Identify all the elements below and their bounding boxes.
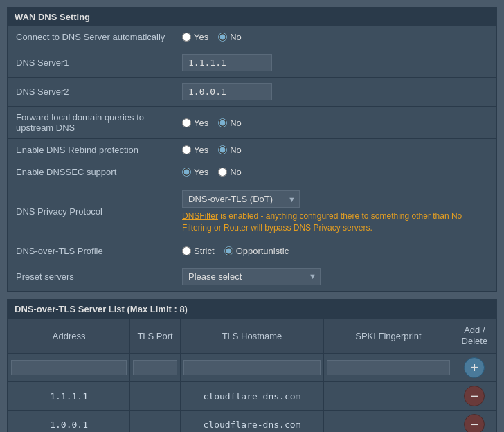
- row2-hostname: cloudflare-dns.com: [180, 411, 323, 432]
- rebind-yes-label[interactable]: Yes: [182, 145, 208, 155]
- dns-privacy-select-wrapper: DNS-over-TLS (DoT) ▼: [182, 190, 300, 208]
- connect-auto-no-radio[interactable]: [218, 33, 227, 42]
- forward-local-group: Yes No: [182, 118, 488, 128]
- rebind-row: Enable DNS Rebind protection Yes No: [8, 139, 496, 161]
- server-list-panel: DNS-over-TLS Server List (Max Limit : 8)…: [7, 299, 497, 432]
- wan-dns-title: WAN DNS Setting: [8, 8, 496, 26]
- preset-servers-select-wrapper: Please select ▼: [182, 268, 321, 285]
- row1-address: 1.1.1.1: [8, 382, 130, 411]
- dnssec-group: Yes No: [182, 167, 488, 177]
- rebind-group: Yes No: [182, 145, 488, 155]
- row2-address: 1.0.0.1: [8, 411, 130, 432]
- dot-profile-row: DNS-over-TLS Profile Strict Opportunisti…: [8, 240, 496, 262]
- dnssec-no-radio[interactable]: [218, 168, 227, 177]
- new-address-input[interactable]: [11, 360, 127, 375]
- dot-strict-label[interactable]: Strict: [182, 246, 215, 256]
- server-list-table: Address TLS Port TLS Hostname SPKI Finge…: [8, 318, 496, 432]
- remove-row1-button[interactable]: −: [464, 386, 485, 406]
- connect-auto-yes-radio[interactable]: [182, 33, 191, 42]
- forward-local-yes-radio[interactable]: [182, 118, 191, 127]
- row2-delete-cell: −: [453, 411, 496, 432]
- preset-servers-row: Preset servers Please select ▼: [8, 262, 496, 291]
- connect-auto-row: Connect to DNS Server automatically Yes …: [8, 26, 496, 48]
- dns-server1-row: DNS Server1: [8, 48, 496, 78]
- table-row: 1.0.0.1 cloudflare-dns.com −: [8, 411, 496, 432]
- dns-notice: DNSFilter is enabled - anything configur…: [182, 210, 488, 234]
- wan-dns-panel: WAN DNS Setting Connect to DNS Server au…: [7, 7, 497, 292]
- row2-port: [130, 411, 181, 432]
- dot-opportunistic-label[interactable]: Opportunistic: [224, 246, 289, 256]
- port-input-cell: [130, 354, 181, 382]
- new-port-input[interactable]: [133, 360, 177, 375]
- col-spki-header: SPKI Fingerprint: [324, 318, 453, 354]
- dns-privacy-select[interactable]: DNS-over-TLS (DoT): [182, 190, 300, 208]
- dot-strict-radio[interactable]: [182, 246, 191, 255]
- remove-row2-button[interactable]: −: [464, 414, 485, 432]
- dot-profile-group: Strict Opportunistic: [182, 246, 488, 256]
- row1-spki: [324, 382, 453, 411]
- hostname-input-cell: [180, 354, 323, 382]
- col-port-header: TLS Port: [130, 318, 181, 354]
- col-hostname-header: TLS Hostname: [180, 318, 323, 354]
- rebind-label: Enable DNS Rebind protection: [8, 139, 174, 161]
- dns-server2-label: DNS Server2: [8, 78, 174, 107]
- dnssec-row: Enable DNSSEC support Yes No: [8, 161, 496, 183]
- rebind-no-label[interactable]: No: [218, 145, 242, 155]
- dns-privacy-label: DNS Privacy Protocol: [8, 183, 174, 240]
- forward-local-no-radio[interactable]: [218, 118, 227, 127]
- add-button-cell: +: [453, 354, 496, 382]
- add-server-button[interactable]: +: [464, 357, 485, 378]
- connect-auto-group: Yes No: [182, 32, 488, 42]
- row1-port: [130, 382, 181, 411]
- dns-server1-label: DNS Server1: [8, 48, 174, 78]
- forward-local-no-label[interactable]: No: [218, 118, 242, 128]
- dot-profile-label: DNS-over-TLS Profile: [8, 240, 174, 262]
- row1-delete-cell: −: [453, 382, 496, 411]
- col-address-header: Address: [8, 318, 130, 354]
- dns-privacy-row: DNS Privacy Protocol DNS-over-TLS (DoT) …: [8, 183, 496, 240]
- dnssec-yes-radio[interactable]: [182, 168, 191, 177]
- dnssec-yes-label[interactable]: Yes: [182, 167, 208, 177]
- connect-auto-no-label[interactable]: No: [218, 32, 242, 42]
- forward-local-row: Forward local domain queries to upstream…: [8, 107, 496, 139]
- new-spki-input[interactable]: [327, 360, 450, 375]
- spki-input-cell: [324, 354, 453, 382]
- table-row: 1.1.1.1 cloudflare-dns.com −: [8, 382, 496, 411]
- forward-local-yes-label[interactable]: Yes: [182, 118, 208, 128]
- dns-server2-row: DNS Server2: [8, 78, 496, 107]
- rebind-no-radio[interactable]: [218, 145, 227, 154]
- row1-hostname: cloudflare-dns.com: [180, 382, 323, 411]
- col-add-delete-header: Add / Delete: [453, 318, 496, 354]
- connect-auto-yes-label[interactable]: Yes: [182, 32, 208, 42]
- server-list-header: Address TLS Port TLS Hostname SPKI Finge…: [8, 318, 496, 354]
- dnssec-label: Enable DNSSEC support: [8, 161, 174, 183]
- preset-servers-select[interactable]: Please select: [182, 268, 321, 285]
- dns-server1-input[interactable]: [182, 54, 272, 71]
- server-input-row: +: [8, 354, 496, 382]
- dnsfilter-link[interactable]: DNSFilter: [182, 211, 218, 221]
- address-input-cell: [8, 354, 130, 382]
- row2-spki: [324, 411, 453, 432]
- new-hostname-input[interactable]: [183, 360, 321, 375]
- dnssec-no-label[interactable]: No: [218, 167, 242, 177]
- forward-local-label: Forward local domain queries to upstream…: [8, 107, 174, 139]
- wan-dns-form: Connect to DNS Server automatically Yes …: [8, 26, 496, 291]
- server-list-title: DNS-over-TLS Server List (Max Limit : 8): [8, 300, 496, 318]
- dot-opportunistic-radio[interactable]: [224, 246, 233, 255]
- rebind-yes-radio[interactable]: [182, 145, 191, 154]
- dns-server2-input[interactable]: [182, 83, 272, 100]
- connect-auto-label: Connect to DNS Server automatically: [8, 26, 174, 48]
- preset-servers-label: Preset servers: [8, 262, 174, 291]
